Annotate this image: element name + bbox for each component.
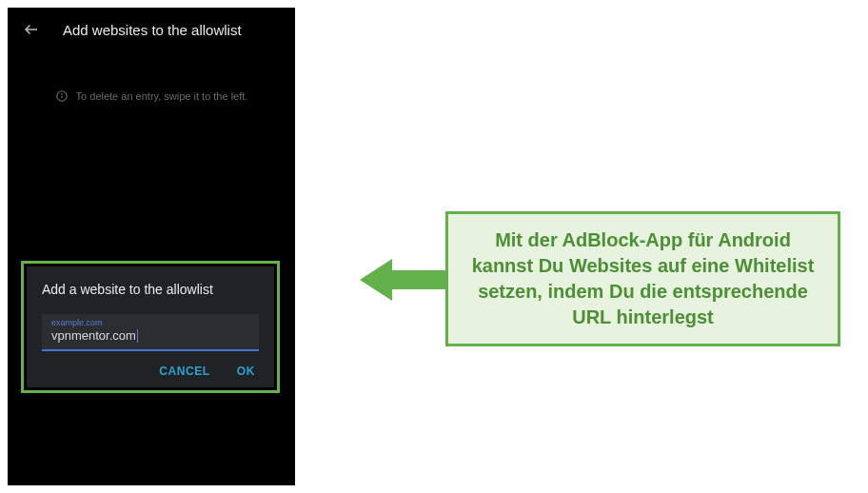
svg-marker-4 (360, 259, 445, 301)
page-title: Add websites to the allowlist (63, 22, 242, 38)
info-icon (55, 89, 69, 103)
website-input[interactable]: example.com vpnmentor.com (42, 314, 259, 351)
dialog-actions: CANCEL OK (42, 365, 259, 378)
callout-text: Mit der AdBlock-App für Android kannst D… (465, 227, 820, 330)
ok-button[interactable]: OK (237, 365, 255, 378)
add-website-dialog: Add a website to the allowlist example.c… (27, 266, 274, 387)
svg-point-3 (61, 93, 62, 94)
input-floating-label: example.com (51, 318, 249, 327)
hint-text: To delete an entry, swipe it to the left… (76, 90, 248, 102)
back-arrow-icon[interactable] (23, 21, 40, 38)
app-bar: Add websites to the allowlist (8, 8, 295, 51)
dialog-title: Add a website to the allowlist (42, 282, 259, 297)
callout-box: Mit der AdBlock-App für Android kannst D… (445, 211, 840, 346)
hint-row: To delete an entry, swipe it to the left… (8, 89, 295, 103)
text-caret (137, 329, 138, 343)
input-value: vpnmentor.com (51, 328, 249, 344)
callout-arrow-icon (360, 251, 445, 308)
phone-screen: Add websites to the allowlist To delete … (8, 8, 295, 485)
cancel-button[interactable]: CANCEL (159, 365, 210, 378)
dialog-highlight-frame: Add a website to the allowlist example.c… (21, 261, 280, 393)
